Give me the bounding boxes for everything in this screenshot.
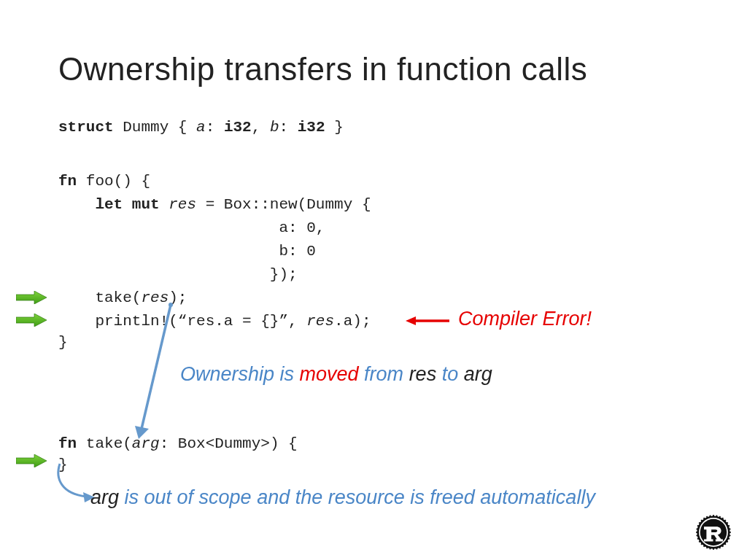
svg-marker-4 (406, 316, 416, 325)
code-line-6: b: 0 (58, 243, 316, 260)
svg-marker-6 (135, 426, 149, 439)
code-line-3: fn foo() { (58, 173, 150, 190)
code-line-4: let mut res = Box::new(Dummy { (58, 196, 371, 213)
green-arrow-icon (16, 454, 47, 467)
annotation-arg-scope: arg is out of scope and the resource is … (90, 486, 595, 509)
svg-rect-12 (713, 515, 714, 517)
svg-rect-36 (696, 532, 698, 533)
slide-title: Ownership transfers in function calls (58, 51, 587, 88)
svg-marker-1 (16, 314, 47, 327)
code-line-9: println!(“res.a = {}”, res.a); (58, 313, 371, 330)
code-line-7: }); (58, 266, 298, 283)
green-arrow-icon (16, 314, 47, 327)
annotation-compiler-error: Compiler Error! (458, 308, 592, 330)
code-line-10: } (58, 334, 68, 351)
annotation-ownership-moved: Ownership is moved from res to arg (180, 363, 492, 386)
svg-rect-20 (729, 532, 731, 533)
svg-rect-28 (713, 548, 714, 550)
green-arrow-icon (16, 291, 47, 304)
rust-logo-icon (696, 515, 731, 550)
code-line-5: a: 0, (58, 219, 325, 236)
blue-arrow-icon (130, 300, 181, 439)
svg-marker-0 (16, 291, 47, 304)
code-line-1: struct Dummy { a: i32, b: i32 } (58, 119, 344, 136)
svg-point-7 (169, 303, 173, 307)
svg-line-5 (142, 305, 171, 429)
red-arrow-icon (406, 315, 449, 327)
curved-arrow-icon (51, 461, 95, 505)
svg-marker-2 (16, 454, 47, 467)
slide-root: Ownership transfers in function calls st… (0, 0, 747, 560)
kw-struct: struct (58, 119, 114, 136)
